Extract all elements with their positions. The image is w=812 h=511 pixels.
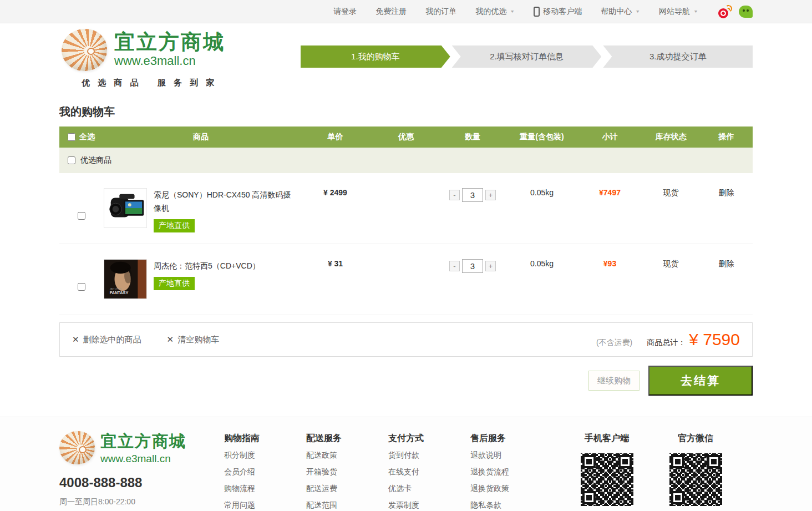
cart-table-header: 全选 商品 单价 优惠 数量 重量(含包装) 小计 库存状态 操作	[59, 127, 753, 148]
continue-shopping-button[interactable]: 继续购物	[588, 371, 640, 391]
footer-link[interactable]: 开箱验货	[306, 463, 388, 480]
total-label: 商品总计：	[647, 338, 686, 348]
svg-text:FANTASY: FANTASY	[110, 290, 129, 295]
checkout-button[interactable]: 去结算	[648, 366, 753, 396]
col-unit-price: 单价	[298, 132, 373, 142]
footer-link[interactable]: 退款说明	[470, 447, 552, 463]
mobile-app-qr-block: 手机客户端	[574, 431, 640, 506]
footer-link[interactable]: 常用问题	[224, 497, 306, 511]
service-hours: 周一至周日8:00-22:00	[59, 497, 224, 507]
subtotal-value: ¥93	[578, 259, 642, 268]
cart-row-camcorder: 索尼（SONY）HDR-CX450 高清数码摄像机 产地直供 ¥ 2499 - …	[59, 173, 753, 244]
mobile-client-link[interactable]: 移动客户端	[534, 7, 582, 17]
origin-supply-badge: 产地直供	[154, 277, 195, 290]
footer-column-shopping-guide: 购物指南 积分制度 会员介绍 购物流程 常用问题	[224, 431, 306, 511]
site-nav-menu[interactable]: 网站导航 ▼	[659, 7, 698, 17]
product-image-album[interactable]: JAY CHOU FANTASY	[104, 259, 147, 299]
footer-column-title: 支付方式	[388, 433, 470, 444]
delete-selected-link[interactable]: ✕ 删除选中的商品	[72, 335, 141, 345]
footer-column-title: 售后服务	[470, 433, 552, 444]
col-weight: 重量(含包装)	[506, 132, 578, 142]
subtotal-value: ¥7497	[578, 188, 642, 197]
my-orders-link[interactable]: 我的订单	[425, 7, 456, 17]
logo[interactable]: 宜立方商城 www.e3mall.cn	[62, 29, 225, 71]
step-order-submitted: 3.成功提交订单	[603, 45, 753, 68]
footer-link[interactable]: 退换货流程	[470, 463, 552, 480]
cart-row-album: JAY CHOU FANTASY 周杰伦：范特西5（CD+VCD） 产地直供 ¥…	[59, 244, 753, 315]
col-quantity: 数量	[439, 132, 506, 142]
service-phone: 4008-888-888	[59, 475, 224, 490]
logo-shell-icon	[59, 431, 95, 464]
x-icon: ✕	[167, 335, 174, 345]
weibo-icon[interactable]	[718, 5, 732, 18]
footer-column-title: 购物指南	[224, 433, 306, 444]
footer-logo[interactable]: 宜立方商城 www.e3mall.cn	[59, 431, 224, 465]
col-product: 商品	[104, 132, 298, 142]
clear-cart-link[interactable]: ✕ 清空购物车	[167, 335, 220, 345]
cart-summary-bar: ✕ 删除选中的商品 ✕ 清空购物车 (不含运费) 商品总计： ¥ 7590	[59, 322, 753, 357]
step-my-cart: 1.我的购物车	[301, 45, 450, 68]
footer-link[interactable]: 隐私条款	[470, 497, 552, 511]
wechat-icon[interactable]	[739, 6, 753, 18]
quantity-minus-button[interactable]: -	[449, 190, 460, 200]
logo-url: www.e3mall.cn	[114, 54, 225, 68]
col-discount: 优惠	[373, 132, 439, 142]
help-center-menu[interactable]: 帮助中心 ▼	[601, 7, 640, 17]
site-nav-label: 网站导航	[659, 7, 690, 17]
footer-link[interactable]: 配送政策	[306, 447, 388, 463]
quantity-stepper: - 3 +	[439, 188, 506, 202]
quantity-plus-button[interactable]: +	[485, 261, 496, 271]
qr-title: 手机客户端	[574, 433, 640, 444]
footer-column-after-sales: 售后服务 退款说明 退换货流程 退换货政策 隐私条款	[470, 431, 552, 511]
select-all-label: 全选	[79, 132, 95, 142]
quantity-input[interactable]: 3	[462, 188, 483, 202]
login-link[interactable]: 请登录	[333, 7, 357, 17]
camcorder-illustration	[104, 189, 146, 227]
weight-value: 0.05kg	[506, 259, 578, 268]
mobile-phone-icon	[534, 7, 540, 17]
group-select-checkbox[interactable]	[68, 156, 75, 164]
footer-link[interactable]: 配送运费	[306, 480, 388, 497]
my-picks-menu[interactable]: 我的优选 ▼	[475, 7, 515, 17]
row-checkbox[interactable]	[78, 283, 85, 291]
chevron-down-icon: ▼	[693, 9, 698, 14]
site-header: 宜立方商城 www.e3mall.cn 优 选 商 品 服 务 到 家 1.我的…	[0, 23, 812, 97]
footer-link[interactable]: 退换货政策	[470, 480, 552, 497]
footer-link[interactable]: 发票制度	[388, 497, 470, 511]
footer-link[interactable]: 会员介绍	[224, 463, 306, 480]
stock-status: 现货	[642, 259, 700, 269]
page-title: 我的购物车	[59, 104, 753, 119]
delete-item-link[interactable]: 删除	[719, 259, 734, 268]
footer-link[interactable]: 积分制度	[224, 447, 306, 463]
group-label: 优选商品	[80, 155, 111, 165]
footer-column-delivery: 配送服务 配送政策 开箱验货 配送运费 配送范围	[306, 431, 388, 511]
wechat-qr-code	[669, 453, 722, 506]
quantity-minus-button[interactable]: -	[449, 261, 460, 271]
quantity-input[interactable]: 3	[462, 259, 483, 273]
col-stock-status: 库存状态	[642, 132, 700, 142]
quantity-plus-button[interactable]: +	[485, 190, 496, 200]
footer-link[interactable]: 配送范围	[306, 497, 388, 511]
x-icon: ✕	[72, 335, 79, 345]
delete-item-link[interactable]: 删除	[719, 188, 734, 197]
product-title[interactable]: 索尼（SONY）HDR-CX450 高清数码摄像机	[154, 188, 297, 215]
footer-link[interactable]: 在线支付	[388, 463, 470, 480]
product-title[interactable]: 周杰伦：范特西5（CD+VCD）	[154, 259, 297, 272]
footer-logo-name: 宜立方商城	[100, 431, 186, 453]
footer-link[interactable]: 货到付款	[388, 447, 470, 463]
mobile-client-label: 移动客户端	[543, 7, 582, 17]
qr-title: 官方微信	[662, 433, 729, 444]
register-link[interactable]: 免费注册	[375, 7, 407, 17]
footer-logo-url: www.e3mall.cn	[100, 453, 186, 465]
footer-link[interactable]: 购物流程	[224, 480, 306, 497]
clear-cart-label: 清空购物车	[177, 335, 219, 345]
col-subtotal: 小计	[578, 132, 642, 142]
main-content: 我的购物车 全选 商品 单价 优惠 数量 重量(含包装) 小计 库存状态 操作 …	[59, 104, 753, 396]
footer-link[interactable]: 优选卡	[388, 480, 470, 497]
col-action: 操作	[700, 132, 753, 142]
select-all-checkbox[interactable]	[68, 133, 75, 141]
row-checkbox[interactable]	[78, 212, 85, 220]
delete-selected-label: 删除选中的商品	[83, 335, 141, 345]
footer-column-title: 配送服务	[306, 433, 388, 444]
product-image-camcorder[interactable]	[104, 188, 147, 228]
